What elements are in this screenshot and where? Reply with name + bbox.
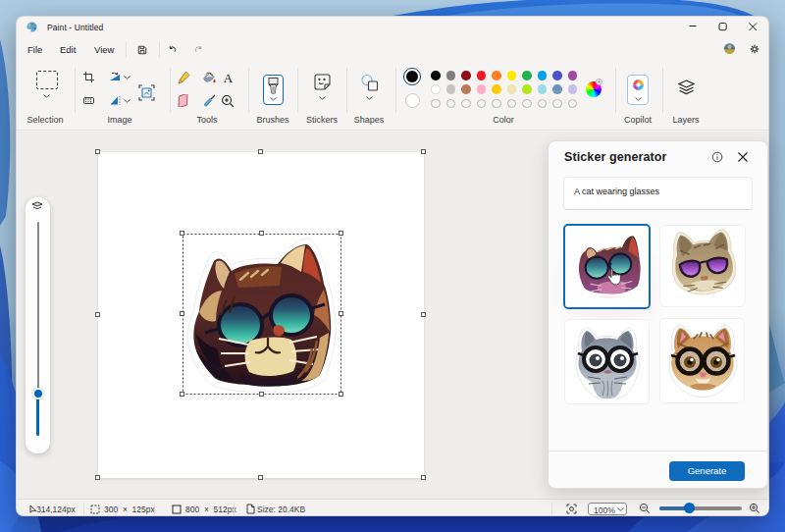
svg-text:A: A [224, 72, 234, 83]
